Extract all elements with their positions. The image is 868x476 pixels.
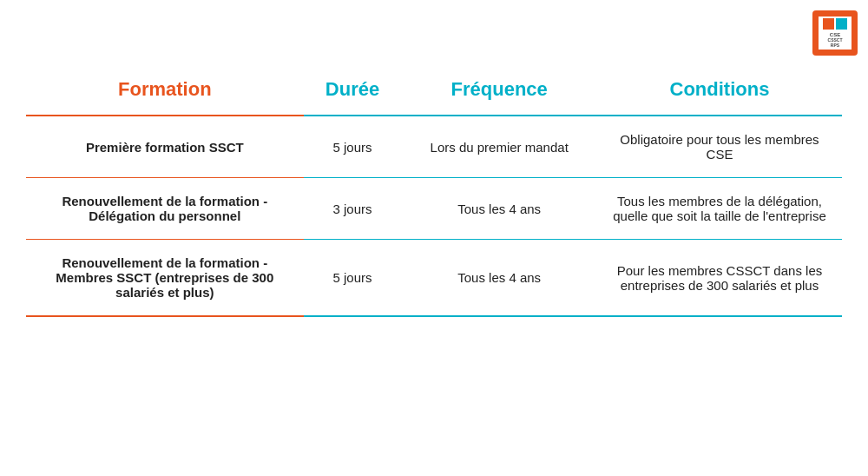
table-row: Première formation SSCT5 joursLors du pr… — [26, 116, 842, 178]
cell-formation-1: Renouvellement de la formation - Délégat… — [26, 178, 304, 240]
table-row: Renouvellement de la formation - Membres… — [26, 240, 842, 317]
table-row: Renouvellement de la formation - Délégat… — [26, 178, 842, 240]
main-table-container: Formation Durée Fréquence Conditions Pre… — [0, 52, 868, 326]
header-formation: Formation — [26, 69, 304, 116]
cell-duree-1: 3 jours — [304, 178, 402, 240]
cell-duree-0: 5 jours — [304, 116, 402, 178]
cell-conditions-0: Obligatoire pour tous les membres CSE — [597, 116, 842, 178]
cell-formation-0: Première formation SSCT — [26, 116, 304, 178]
cell-frequence-0: Lors du premier mandat — [401, 116, 597, 178]
cell-formation-2: Renouvellement de la formation - Membres… — [26, 240, 304, 317]
logo: CSE CSSCT RPS — [812, 10, 858, 56]
cell-duree-2: 5 jours — [304, 240, 402, 317]
cell-frequence-1: Tous les 4 ans — [401, 178, 597, 240]
cell-conditions-2: Pour les membres CSSCT dans les entrepri… — [597, 240, 842, 317]
cell-frequence-2: Tous les 4 ans — [401, 240, 597, 317]
formation-table: Formation Durée Fréquence Conditions Pre… — [26, 69, 842, 317]
cell-conditions-1: Tous les membres de la délégation, quell… — [597, 178, 842, 240]
header-duree: Durée — [304, 69, 402, 116]
header-frequence: Fréquence — [401, 69, 597, 116]
header-conditions: Conditions — [597, 69, 842, 116]
